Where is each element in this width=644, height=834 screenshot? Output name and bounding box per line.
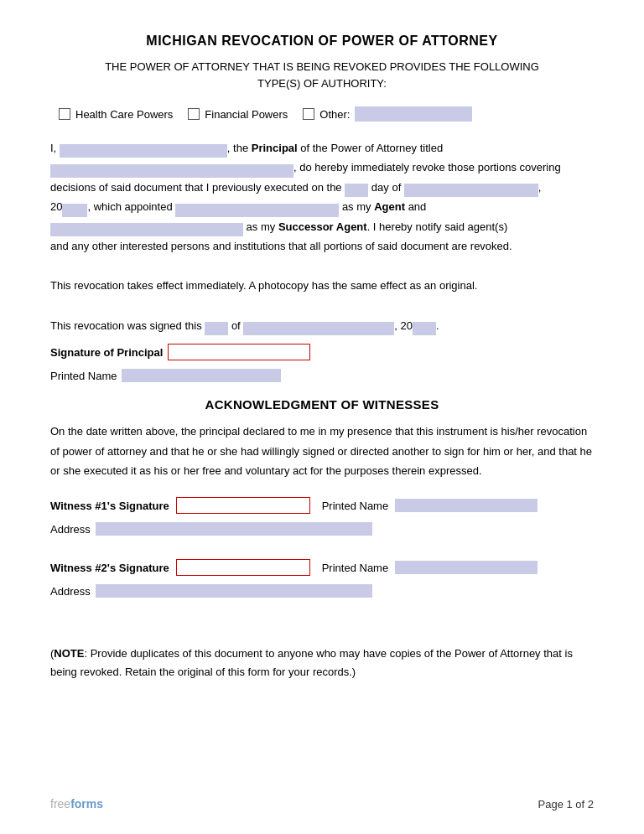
revocation-effect-text: This revocation takes effect immediately… — [50, 276, 594, 295]
body-do-hereby: , do hereby immediately revoke those por… — [293, 161, 561, 174]
signed-line: This revocation was signed this of , 20. — [50, 316, 594, 335]
sig-principal-label: Signature of Principal — [50, 346, 163, 359]
principal-signature-field[interactable] — [168, 344, 310, 360]
document-title: MICHIGAN REVOCATION OF POWER OF ATTORNEY — [50, 34, 594, 49]
body-comma: , — [538, 181, 542, 194]
witness2-printed-name-label: Printed Name — [322, 562, 388, 574]
body-the: , the Principal of the Power of Attorney… — [227, 142, 443, 154]
signed-of: of — [228, 319, 243, 332]
witness1-sig-field[interactable] — [176, 497, 310, 514]
signed-month-field[interactable] — [243, 322, 394, 335]
other-checkbox[interactable] — [303, 108, 314, 120]
health-care-label: Health Care Powers — [75, 108, 173, 121]
subtitle-line1: THE POWER OF ATTORNEY THAT IS BEING REVO… — [105, 60, 539, 73]
body-decisions: decisions of said document that I previo… — [50, 181, 345, 194]
body-as-my-agent: as my Agent and — [339, 200, 426, 213]
witness2-section: Witness #2's Signature Printed Name Addr… — [50, 559, 594, 598]
body-day-of: day of — [368, 181, 404, 194]
year-field[interactable] — [62, 204, 87, 217]
day-field[interactable] — [345, 184, 368, 197]
month-year-field[interactable] — [404, 184, 538, 197]
body-which-appointed: , which appointed — [87, 200, 175, 213]
health-care-checkbox-item[interactable]: Health Care Powers — [59, 108, 173, 121]
other-label: Other: — [319, 108, 350, 121]
brand-text: freeforms — [50, 797, 103, 811]
document-subtitle: THE POWER OF ATTORNEY THAT IS BEING REVO… — [50, 59, 594, 91]
poa-title-field[interactable] — [50, 164, 293, 178]
acknowledgment-text: On the date written above, the principal… — [50, 422, 594, 480]
body-paragraph: I, , the Principal of the Power of Attor… — [50, 138, 594, 256]
signed-year-field[interactable] — [413, 322, 436, 335]
successor-bold: Successor Agent — [278, 220, 367, 233]
witness2-address-label: Address — [50, 585, 91, 598]
principal-signature-row: Signature of Principal — [50, 344, 594, 360]
principal-printed-name-field[interactable] — [122, 369, 281, 382]
footer-brand: freeforms — [50, 797, 103, 811]
body-revoke-all: and any other interested persons and ins… — [50, 240, 512, 252]
page-number: Page 1 of 2 — [538, 798, 595, 811]
witness1-sig-label: Witness #1's Signature — [50, 500, 169, 512]
other-checkbox-item[interactable]: Other: — [303, 106, 472, 122]
successor-agent-field[interactable] — [50, 223, 243, 236]
subtitle-line2: TYPE(S) OF AUTHORITY: — [257, 77, 387, 90]
financial-label: Financial Powers — [205, 108, 288, 121]
witness2-printed-name-field[interactable] — [395, 561, 538, 574]
witness1-address-row: Address — [50, 522, 594, 536]
witness2-address-field[interactable] — [96, 584, 372, 598]
signed-20: , 20 — [394, 319, 413, 332]
printed-name-label: Printed Name — [50, 370, 117, 382]
witness1-sig-row: Witness #1's Signature Printed Name — [50, 497, 594, 514]
note-text: : Provide duplicates of this document to… — [50, 647, 573, 678]
witness1-printed-name-label: Printed Name — [322, 500, 388, 512]
signed-prefix: This revocation was signed this — [50, 319, 205, 332]
body-i-prefix: I, — [50, 142, 60, 154]
agent-name-field[interactable] — [175, 204, 339, 217]
witness2-sig-row: Witness #2's Signature Printed Name — [50, 559, 594, 576]
principal-printed-name-row: Printed Name — [50, 369, 594, 382]
witness1-section: Witness #1's Signature Printed Name Addr… — [50, 497, 594, 536]
witness2-sig-label: Witness #2's Signature — [50, 562, 169, 574]
document-page: MICHIGAN REVOCATION OF POWER OF ATTORNEY… — [0, 0, 644, 834]
principal-name-field[interactable] — [60, 144, 227, 158]
principal-bold: Principal — [252, 142, 298, 154]
note-bold: NOTE — [54, 647, 84, 660]
witness1-printed-name-field[interactable] — [395, 499, 538, 512]
note-section: (NOTE: Provide duplicates of this docume… — [50, 645, 594, 681]
witness1-address-label: Address — [50, 523, 91, 536]
signed-period: . — [436, 319, 439, 332]
financial-checkbox[interactable] — [188, 108, 200, 120]
witness2-address-row: Address — [50, 584, 594, 598]
signed-day-field[interactable] — [205, 322, 228, 335]
authority-types-row: Health Care Powers Financial Powers Othe… — [59, 106, 594, 122]
witness2-sig-field[interactable] — [176, 559, 310, 576]
brand-forms: forms — [70, 797, 103, 811]
acknowledgment-title: ACKNOWLEDGMENT OF WITNESSES — [50, 397, 594, 412]
brand-free: free — [50, 797, 70, 811]
financial-checkbox-item[interactable]: Financial Powers — [188, 108, 288, 121]
health-care-checkbox[interactable] — [59, 108, 70, 120]
body-20: 20 — [50, 200, 62, 213]
other-input-field[interactable] — [355, 106, 472, 122]
body-as-successor: as my Successor Agent. I hereby notify s… — [243, 220, 507, 233]
witness1-address-field[interactable] — [96, 522, 372, 536]
agent-bold: Agent — [374, 200, 405, 213]
